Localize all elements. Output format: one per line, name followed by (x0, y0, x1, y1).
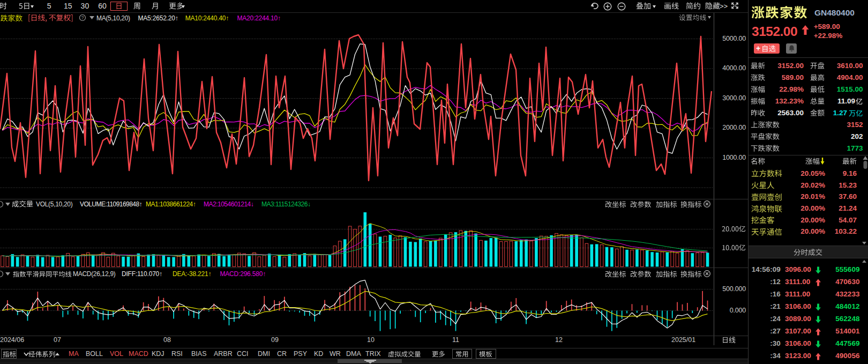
svg-text:?: ? (81, 15, 84, 20)
